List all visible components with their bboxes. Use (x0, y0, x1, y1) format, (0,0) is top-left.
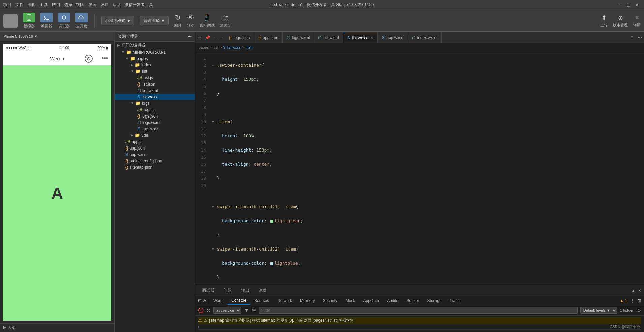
editor-icon[interactable] (40, 13, 53, 22)
real-machine-icon[interactable]: 📱 (203, 13, 211, 22)
devtools-chevron-up-icon[interactable]: ▲ (631, 288, 635, 293)
list-wxml-item[interactable]: ⬡ list.wxml (115, 87, 195, 94)
window-controls[interactable]: ─ □ ✕ (617, 2, 641, 8)
debugger-button[interactable]: 调试器 (58, 13, 70, 29)
inner-tab-network[interactable]: Network (273, 297, 296, 304)
tabs-split-icon[interactable]: ⊞ (628, 33, 636, 43)
compile-dropdown[interactable]: 普通编译 ▼ (140, 16, 169, 25)
open-editors-section[interactable]: ▶ 打开的编辑器 (115, 42, 195, 49)
clear-icon[interactable]: 🗂 (222, 14, 229, 22)
refresh-icon[interactable]: ↻ (175, 13, 181, 22)
pages-folder[interactable]: ▼ 📁 pages (115, 55, 195, 62)
explorer-more-icon[interactable]: ••• (187, 34, 192, 39)
utils-folder[interactable]: ▶ 📁 utils (115, 132, 195, 138)
project-config-item[interactable]: {} project.config.json (115, 158, 195, 164)
menu-file[interactable]: 文件 (15, 2, 24, 8)
list-wxss-item[interactable]: S list.wxss (115, 94, 195, 100)
service-dropdown-arrow[interactable]: ▼ (244, 308, 249, 313)
devtools-tab-terminal[interactable]: 终端 (255, 286, 271, 295)
tab-list-wxss[interactable]: S list.wxss ✕ (343, 33, 378, 43)
tabs-menu-icon[interactable]: ☰ (195, 33, 204, 43)
devtools-console-toggle[interactable]: ⊡ ⊘ (195, 297, 209, 304)
phone-nav-record[interactable]: ⊙ (85, 55, 93, 63)
maximize-button[interactable]: □ (626, 2, 631, 8)
refresh-button[interactable]: ↻ 编译 (174, 13, 182, 28)
logs-wxss-item[interactable]: S logs.wxss (115, 126, 195, 132)
simulator-icon[interactable] (23, 13, 35, 22)
minimize-button[interactable]: ─ (617, 2, 623, 8)
explorer-large-section[interactable]: ▶ 大纲 (0, 323, 114, 332)
app-wxss-item[interactable]: S app.wxss (115, 151, 195, 158)
upload-button[interactable]: ⬆ 上传 (600, 14, 608, 28)
devtools-expand-icon[interactable]: ⊞ (637, 298, 641, 303)
inner-tab-security[interactable]: Security (319, 297, 341, 304)
tab-logs-wxml[interactable]: ⬡ logs.wxml (283, 33, 314, 43)
menu-wechat[interactable]: 微信开发者工具 (125, 2, 153, 8)
inner-tab-appdata[interactable]: AppData (359, 297, 383, 304)
logs-js-item[interactable]: JS logs.js (115, 106, 195, 113)
tab-logs-json[interactable]: {} logs.json (225, 33, 254, 43)
settings-icon[interactable]: ⚙ (637, 308, 641, 313)
menu-settings[interactable]: 设置 (100, 2, 108, 8)
editor-button[interactable]: 编辑器 (40, 13, 53, 29)
menu-edit[interactable]: 编辑 (28, 2, 36, 8)
real-machine-button[interactable]: 📱 真机调试 (200, 13, 215, 28)
tab-app-json[interactable]: {} app.json (254, 33, 282, 43)
level-select[interactable]: Default levels ▼ (580, 307, 617, 314)
app-js-item[interactable]: JS app.js (115, 138, 195, 145)
console-prompt-icon[interactable]: › (198, 325, 199, 329)
inner-tab-memory[interactable]: Memory (296, 297, 319, 304)
devtools-options-icon[interactable]: ⋮ (630, 298, 635, 303)
tabs-pin-icon[interactable]: 📌 (204, 33, 212, 43)
close-button[interactable]: ✕ (634, 2, 641, 8)
menu-project[interactable]: 项目 (3, 2, 11, 8)
tab-list-wxss-close[interactable]: ✕ (370, 36, 373, 40)
menu-view[interactable]: 视图 (76, 2, 84, 8)
eye-icon[interactable]: 👁 (252, 308, 256, 313)
project-root[interactable]: ▼ 📁 MINIPROGRAM-1 (115, 49, 195, 55)
menu-tools[interactable]: 工具 (40, 2, 48, 8)
detail-button[interactable]: ≡ 详情 (633, 14, 641, 27)
console-clear-icon[interactable]: 🚫 (198, 308, 204, 313)
filter-input[interactable] (259, 307, 578, 314)
inner-tab-mock[interactable]: Mock (342, 297, 359, 304)
version-button[interactable]: ⊕ 版本管理 (613, 14, 628, 28)
console-filter-icon[interactable]: ⊘ (206, 308, 211, 313)
list-folder[interactable]: ▼ 📁 list (115, 68, 195, 74)
menu-help[interactable]: 帮助 (112, 2, 121, 8)
simulator-button[interactable]: 模拟器 (23, 13, 35, 29)
devtools-tab-debugger[interactable]: 调试器 (198, 286, 218, 295)
service-select[interactable]: appservice (213, 307, 242, 314)
tabs-forward-icon[interactable]: → (218, 33, 225, 43)
logs-json-item[interactable]: {} logs.json (115, 113, 195, 119)
cloud-icon[interactable] (75, 13, 88, 22)
logs-wxml-item[interactable]: ⬡ logs.wxml (115, 119, 195, 126)
tabs-back-icon[interactable]: ← (212, 33, 218, 43)
preview-icon[interactable]: 👁 (187, 14, 194, 22)
logs-folder[interactable]: ▼ 📁 logs (115, 100, 195, 106)
menu-select[interactable]: 选择 (64, 2, 72, 8)
app-json-item[interactable]: {} app.json (115, 145, 195, 151)
inner-tab-sensor[interactable]: Sensor (402, 297, 423, 304)
phone-bar-text[interactable]: iPhone 5 100% 16 ▼ (3, 34, 38, 38)
inner-tab-trace[interactable]: Trace (446, 297, 464, 304)
mode-dropdown[interactable]: 小程序模式 ▼ (101, 16, 134, 25)
preview-button[interactable]: 👁 预览 (187, 14, 194, 28)
inner-tab-wxml[interactable]: Wxml (209, 297, 227, 304)
tab-app-wxss[interactable]: S app.wxss (378, 33, 408, 43)
list-js-item[interactable]: JS list.js (115, 74, 195, 81)
tab-list-wxml[interactable]: ⬡ list.wxml (314, 33, 343, 43)
sitemap-item[interactable]: {} sitemap.json (115, 164, 195, 170)
list-json-item[interactable]: {} list.json (115, 81, 195, 87)
menu-goto[interactable]: 转到 (52, 2, 60, 8)
tab-index-wxml[interactable]: ⬡ index.wxml (408, 33, 442, 43)
cloud-button[interactable]: 云开发 (75, 13, 88, 29)
index-folder[interactable]: ▶ 📁 index (115, 62, 195, 68)
inner-tab-audits[interactable]: Audits (383, 297, 402, 304)
debugger-icon[interactable] (58, 13, 70, 22)
tabs-overflow-icon[interactable]: ••• (636, 33, 644, 43)
devtools-tab-issues[interactable]: 问题 (220, 286, 236, 295)
code-editor[interactable]: 12345 678910 1112131415 16171819 ▾ .swip… (195, 52, 644, 285)
devtools-close-icon[interactable]: ✕ (638, 288, 641, 293)
phone-nav-dots[interactable]: ••• (102, 55, 108, 62)
